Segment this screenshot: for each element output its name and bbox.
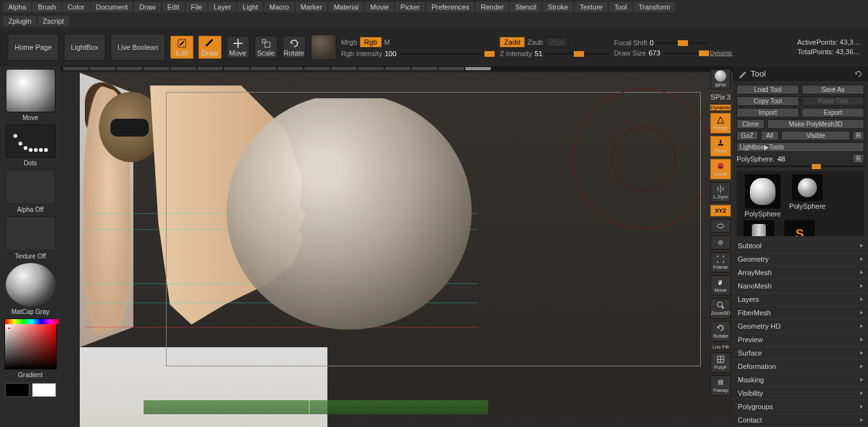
menu-stencil[interactable]: Stencil <box>510 2 541 12</box>
save-as-button[interactable]: Save As <box>802 85 864 94</box>
m-toggle[interactable]: M <box>384 38 390 46</box>
viewport[interactable] <box>80 73 733 421</box>
color-picker[interactable] <box>4 318 57 370</box>
menu-transform[interactable]: Transform <box>633 2 675 12</box>
lnc-fill-label[interactable]: Lnc Fill <box>712 344 728 350</box>
dynamic-toggle[interactable]: Dynamic <box>710 50 733 56</box>
tool-simplebrush[interactable]: S SimpleBrush <box>781 220 819 236</box>
material-thumbnail[interactable] <box>6 263 56 306</box>
menu-brush[interactable]: Brush <box>33 2 61 12</box>
tool-polysphere-current[interactable]: PolySphere <box>740 174 786 218</box>
zadd-toggle[interactable]: Zadd <box>500 37 525 47</box>
live-boolean-button[interactable]: Live Boolean <box>110 34 165 61</box>
load-tool-button[interactable]: Load Tool <box>737 85 799 94</box>
reload-icon[interactable] <box>854 70 863 79</box>
polyf-button[interactable]: PolyF <box>710 352 731 373</box>
draw-mode-button[interactable]: Draw <box>198 36 221 59</box>
menu-tool[interactable]: Tool <box>609 2 632 12</box>
menu-zplugin[interactable]: Zplugin <box>3 16 36 26</box>
menu-light[interactable]: Light <box>237 2 263 12</box>
menu-draw[interactable]: Draw <box>134 2 161 12</box>
zsub-toggle[interactable]: Zsub <box>527 38 542 46</box>
tool-panel-header[interactable]: Tool <box>733 66 868 81</box>
alpha-thumbnail[interactable] <box>6 170 56 204</box>
menu-alpha[interactable]: Alpha <box>3 2 31 12</box>
swatch-primary[interactable] <box>32 383 56 397</box>
menu-picker[interactable]: Picker <box>395 2 425 12</box>
menu-preferences[interactable]: Preferences <box>426 2 474 12</box>
rotate-axis-button[interactable] <box>710 219 731 233</box>
sub-fibermesh[interactable]: FiberMesh <box>733 306 868 319</box>
vp-rotate-button[interactable]: Rotate <box>710 321 731 341</box>
menu-macro[interactable]: Macro <box>264 2 294 12</box>
bpr-button[interactable]: BPR <box>710 69 731 89</box>
menu-document[interactable]: Document <box>91 2 133 12</box>
sub-geometry[interactable]: Geometry <box>733 252 868 266</box>
make-polymesh-button[interactable]: Make PolyMesh3D <box>767 119 864 129</box>
lsym-button[interactable]: L.Sym <box>710 182 731 202</box>
goz-all-button[interactable]: All <box>761 131 779 140</box>
dynamic-label[interactable]: Dynamic <box>710 105 731 110</box>
stroke-thumbnail[interactable] <box>6 124 56 158</box>
clone-button[interactable]: Clone <box>737 119 765 129</box>
export-button[interactable]: Export <box>802 108 864 117</box>
transp-button[interactable]: Transp <box>710 375 731 396</box>
sub-subtool[interactable]: Subtool <box>733 239 868 252</box>
home-page-button[interactable]: Home Page <box>8 34 59 61</box>
menu-edit[interactable]: Edit <box>162 2 184 12</box>
sub-geometryhd[interactable]: Geometry HD <box>733 319 868 333</box>
copy-tool-button[interactable]: Copy Tool <box>737 96 799 106</box>
spix-value[interactable]: 3 <box>727 93 731 101</box>
menu-zscript[interactable]: Zscript <box>38 16 69 26</box>
lightbox-tools-button[interactable]: Lightbox▶Tools <box>737 142 864 152</box>
menu-material[interactable]: Material <box>329 2 364 12</box>
paste-tool-button[interactable]: Paste Tool <box>802 96 864 106</box>
lightbox-button[interactable]: LightBox <box>64 34 105 61</box>
hue-strip[interactable] <box>5 319 59 324</box>
z-intensity-slider[interactable] <box>545 53 609 55</box>
sub-layers[interactable]: Layers <box>733 292 868 306</box>
mrgb-toggle[interactable]: Mrgb <box>341 38 357 46</box>
tool-cylinder3d[interactable]: Cylinder3D <box>740 220 778 236</box>
sub-nanomesh[interactable]: NanoMesh <box>733 279 868 292</box>
goz-r-button[interactable]: R <box>853 131 864 140</box>
menu-color[interactable]: Color <box>63 2 89 12</box>
menu-layer[interactable]: Layer <box>209 2 237 12</box>
goz-button[interactable]: GoZ <box>737 131 758 140</box>
texture-thumbnail[interactable] <box>6 216 56 251</box>
xyz-button[interactable]: XYZ <box>710 205 731 216</box>
brush-thumbnail[interactable] <box>6 69 56 112</box>
rgb-intensity-slider[interactable] <box>399 53 495 55</box>
sub-visibility[interactable]: Visibility <box>733 386 868 400</box>
sub-deformation[interactable]: Deformation <box>733 359 868 373</box>
swatch-secondary[interactable] <box>5 383 29 397</box>
scale-mode-button[interactable]: Scale <box>255 36 278 59</box>
floor-button[interactable]: Floor <box>710 136 731 156</box>
edit-mode-button[interactable]: Edit <box>170 36 193 59</box>
focal-shift-slider[interactable] <box>656 42 707 44</box>
rotate-mode-button[interactable]: Rotate <box>283 36 306 59</box>
sub-surface[interactable]: Surface <box>733 346 868 359</box>
zoom3d-button[interactable]: Zoom3D <box>710 298 731 318</box>
tool-polysphere-2[interactable]: PolySphere <box>788 174 827 210</box>
menu-texture[interactable]: Texture <box>574 2 608 12</box>
polysphere-r-button[interactable]: R <box>853 154 864 163</box>
goz-visible-button[interactable]: Visible <box>781 131 850 140</box>
sub-arraymesh[interactable]: ArrayMesh <box>733 266 868 279</box>
zcut-toggle[interactable]: Zcut <box>546 37 568 47</box>
gradient-label[interactable]: Gradient <box>18 371 42 378</box>
import-button[interactable]: Import <box>737 108 799 117</box>
menu-render[interactable]: Render <box>475 2 509 12</box>
sculpt-mesh[interactable] <box>227 98 482 334</box>
menu-file[interactable]: File <box>186 2 207 12</box>
center-button[interactable] <box>710 236 731 250</box>
menu-marker[interactable]: Marker <box>296 2 327 12</box>
sub-masking[interactable]: Masking <box>733 373 868 386</box>
sub-preview[interactable]: Preview <box>733 333 868 346</box>
persp-button[interactable]: Persp <box>710 113 731 133</box>
sub-contact[interactable]: Contact <box>733 413 868 426</box>
move-mode-button[interactable]: Move <box>227 36 250 59</box>
tool-slider[interactable] <box>737 165 864 167</box>
rgb-toggle[interactable]: Rgb <box>360 37 382 47</box>
sub-polygroups[interactable]: Polygroups <box>733 400 868 413</box>
